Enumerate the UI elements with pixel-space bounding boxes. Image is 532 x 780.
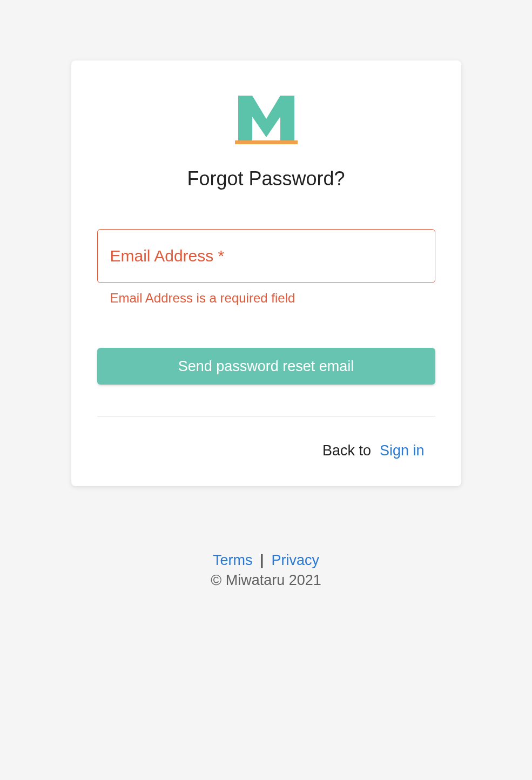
back-to-text: Back to xyxy=(322,442,371,459)
back-to-signin-row: Back to Sign in xyxy=(97,442,435,459)
email-input-wrapper: Email Address * Email Address is a requi… xyxy=(97,229,435,306)
forgot-password-card: Forgot Password? Email Address * Email A… xyxy=(71,60,461,486)
footer-links: Terms | Privacy xyxy=(0,552,532,569)
email-field[interactable] xyxy=(97,229,435,283)
footer: Terms | Privacy © Miwataru 2021 xyxy=(0,552,532,589)
email-error-text: Email Address is a required field xyxy=(110,291,435,306)
send-reset-button[interactable]: Send password reset email xyxy=(97,348,435,385)
footer-separator: | xyxy=(260,552,264,569)
svg-rect-0 xyxy=(235,140,298,144)
miwataru-logo xyxy=(234,93,299,147)
terms-link[interactable]: Terms xyxy=(213,552,253,569)
signin-link[interactable]: Sign in xyxy=(380,442,425,459)
page-title: Forgot Password? xyxy=(187,167,345,190)
divider xyxy=(97,416,435,416)
privacy-link[interactable]: Privacy xyxy=(272,552,320,569)
copyright-text: © Miwataru 2021 xyxy=(0,572,532,589)
email-input-container: Email Address * xyxy=(97,229,435,283)
